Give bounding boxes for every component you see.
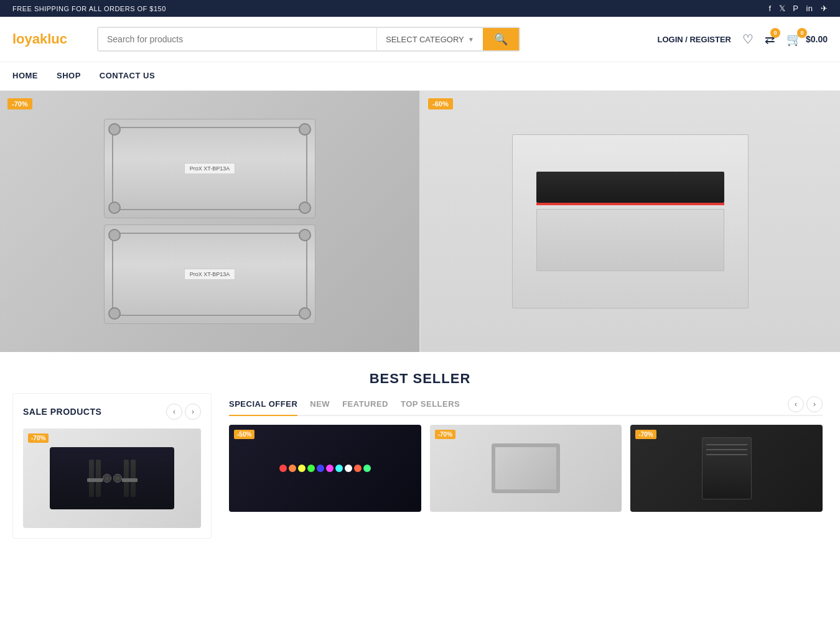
product-card-3[interactable]: -70% (630, 425, 823, 512)
light-dot-9 (354, 465, 362, 472)
wishlist-button[interactable]: ♡ (742, 32, 754, 47)
special-offer-prev-button[interactable]: ‹ (788, 396, 804, 412)
product-plate-top: ProX XT-BP13A (104, 119, 315, 218)
light-dot-1 (279, 465, 287, 472)
search-bar: SELECT CATEGORY ▼ 🔍 (97, 27, 520, 52)
compare-button[interactable]: ⇄ 0 (765, 32, 775, 47)
light-dot-5 (317, 465, 324, 472)
logo-text: loyakluc (12, 31, 67, 47)
discount-badge-right: -60% (428, 98, 453, 109)
discount-badge-left: -70% (7, 98, 32, 109)
corner-br (299, 202, 311, 214)
product-card-2-image: -70% (430, 425, 622, 512)
plate-label-bottom: ProX XT-BP13A (184, 269, 236, 280)
corner-bl (108, 202, 121, 214)
bottom-sections: SALE PRODUCTS ‹ › -70% (0, 393, 840, 551)
banner-right[interactable]: -60% (421, 91, 840, 352)
product-card-3-image: -70% (630, 425, 823, 512)
product-grid: -50% (229, 425, 823, 512)
login-register-link[interactable]: LOGIN / REGISTER (657, 35, 730, 44)
header-actions: LOGIN / REGISTER ♡ ⇄ 0 🛒 0 $0.00 (657, 32, 828, 47)
chevron-down-icon: ▼ (468, 36, 474, 43)
search-icon: 🔍 (494, 32, 508, 46)
knob-2 (113, 474, 122, 483)
special-offer-nav-arrows: ‹ › (788, 396, 823, 412)
sale-prev-button[interactable]: ‹ (166, 404, 182, 420)
light-dot-6 (326, 465, 334, 472)
logo[interactable]: loyakluc (12, 31, 87, 47)
laptop-stand-product (512, 134, 749, 308)
product-2-badge: -70% (435, 430, 455, 439)
tab-special-offer[interactable]: SPECIAL OFFER (229, 393, 297, 416)
sale-product-badge: -70% (28, 433, 49, 443)
corner-bl-b (108, 307, 121, 320)
special-offer-section: SPECIAL OFFER NEW FEATURED TOP SELLERS ‹… (224, 393, 828, 539)
product-3-visual (630, 425, 823, 512)
light-dot-2 (289, 465, 296, 472)
search-button[interactable]: 🔍 (483, 28, 519, 50)
sale-products-title: SALE PRODUCTS (23, 407, 101, 417)
light-dot-4 (307, 465, 315, 472)
light-dot-3 (298, 465, 306, 472)
search-input[interactable] (98, 28, 376, 50)
black-book-product (702, 437, 752, 499)
stand-body (536, 209, 724, 271)
main-content: -70% ProX XT-BP13A ProX XT-BP13A (0, 91, 840, 551)
category-select[interactable]: SELECT CATEGORY ▼ (377, 28, 483, 50)
top-bar: FREE SHIPPING FOR ALL ORDERS OF $150 f 𝕏… (0, 0, 840, 17)
fader-1 (89, 460, 94, 497)
nav-shop[interactable]: SHOP (57, 62, 81, 90)
product-card-1-image: -50% (229, 425, 421, 512)
best-seller-section: BEST SELLER (0, 352, 840, 393)
corner-tr (299, 123, 311, 136)
product-3-badge: -70% (635, 430, 656, 439)
product-1-badge: -50% (234, 430, 254, 439)
light-dot-10 (363, 465, 371, 472)
corner-tl-b (108, 229, 121, 241)
nav-home[interactable]: HOME (12, 62, 38, 90)
nav-contact[interactable]: CONTACT US (100, 62, 155, 90)
facebook-icon[interactable]: f (769, 4, 772, 13)
product-card-1[interactable]: -50% (229, 425, 421, 512)
hero-banners: -70% ProX XT-BP13A ProX XT-BP13A (0, 91, 840, 352)
telegram-icon[interactable]: ✈ (821, 4, 828, 13)
tab-new[interactable]: NEW (310, 393, 330, 416)
sale-section-header: SALE PRODUCTS ‹ › (23, 404, 201, 420)
cart-icon-wrapper: 🛒 0 (786, 32, 802, 47)
fader-3 (124, 460, 129, 497)
banner-right-image (421, 91, 840, 352)
cart-button[interactable]: 🛒 0 $0.00 (786, 32, 828, 47)
light-dot-7 (335, 465, 343, 472)
plate-label-top: ProX XT-BP13A (184, 163, 236, 174)
fader-2 (96, 460, 101, 497)
cart-badge: 0 (797, 28, 807, 38)
sale-nav-arrows: ‹ › (166, 404, 201, 420)
fader-4 (131, 460, 136, 497)
heart-icon: ♡ (742, 32, 754, 46)
linkedin-icon[interactable]: in (806, 4, 813, 13)
category-label: SELECT CATEGORY (386, 35, 464, 44)
sale-products-section: SALE PRODUCTS ‹ › -70% (12, 393, 212, 539)
navigation: HOME SHOP CONTACT US (0, 62, 840, 91)
mini-mixer-product (50, 447, 174, 509)
tab-featured[interactable]: FEATURED (342, 393, 388, 416)
stand-bar (536, 172, 724, 203)
best-seller-title: BEST SELLER (12, 371, 828, 387)
product-card-2[interactable]: -70% (430, 425, 622, 512)
twitter-x-icon[interactable]: 𝕏 (779, 4, 786, 13)
header: loyakluc SELECT CATEGORY ▼ 🔍 LOGIN / REG… (0, 17, 840, 62)
banner-left-image: ProX XT-BP13A ProX XT-BP13A (0, 91, 419, 352)
silver-frame-product (492, 443, 560, 493)
cart-amount: $0.00 (806, 34, 828, 44)
corner-tr-b (299, 229, 311, 241)
product-2-visual (430, 425, 622, 512)
tab-top-sellers[interactable]: TOP SELLERS (401, 393, 460, 416)
special-offer-next-button[interactable]: › (806, 396, 823, 412)
pinterest-icon[interactable]: P (793, 4, 798, 13)
banner-left[interactable]: -70% ProX XT-BP13A ProX XT-BP13A (0, 91, 419, 352)
sale-next-button[interactable]: › (185, 404, 201, 420)
light-dot-8 (345, 465, 352, 472)
product-1-visual (229, 425, 421, 512)
shipping-text: FREE SHIPPING FOR ALL ORDERS OF $150 (12, 5, 166, 12)
product-plate-bottom: ProX XT-BP13A (104, 225, 315, 324)
